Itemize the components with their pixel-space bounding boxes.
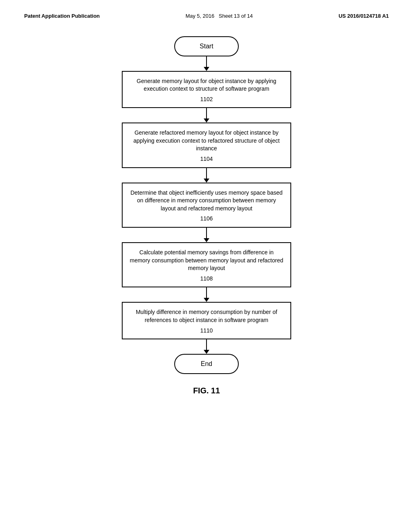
arrow-head: [204, 67, 209, 71]
arrow-head: [204, 118, 209, 123]
arrow-6: [204, 339, 209, 354]
arrow-5: [204, 287, 209, 302]
step-1108-text: Calculate potential memory savings from …: [130, 249, 284, 271]
publication-label: Patent Application Publication: [24, 12, 100, 20]
arrow-head: [204, 238, 209, 242]
arrow-4: [204, 228, 209, 242]
page-header: Patent Application Publication May 5, 20…: [0, 0, 413, 20]
step-1108-number: 1108: [129, 275, 284, 283]
step-1110-number: 1110: [129, 327, 284, 335]
sheet-label: Sheet 13 of 14: [219, 13, 253, 19]
step-1106-box: Determine that object inefficiently uses…: [122, 183, 291, 228]
flowchart: Start Generate memory layout for object …: [0, 36, 413, 396]
step-1110-text: Multiply difference in memory consumptio…: [136, 309, 277, 323]
date-and-sheet: May 5, 2016 Sheet 13 of 14: [186, 12, 253, 20]
step-1106-text: Determine that object inefficiently uses…: [130, 189, 282, 212]
figure-label: FIG. 11: [193, 386, 220, 395]
step-1106-number: 1106: [129, 215, 284, 223]
arrow-head: [204, 179, 209, 183]
arrow-line: [206, 228, 207, 238]
end-label: End: [201, 360, 212, 368]
arrow-head: [204, 350, 209, 354]
step-1110-box: Multiply difference in memory consumptio…: [122, 302, 291, 339]
arrow-2: [204, 108, 209, 123]
step-1108-box: Calculate potential memory savings from …: [122, 242, 291, 287]
step-1104-number: 1104: [129, 155, 284, 163]
start-terminal: Start: [174, 36, 239, 56]
arrow-line: [206, 339, 207, 350]
step-1102-box: Generate memory layout for object instan…: [122, 71, 291, 108]
arrow-line: [206, 56, 207, 67]
date-label: May 5, 2016: [186, 13, 215, 19]
arrow-head: [204, 298, 209, 302]
patent-number: US 2016/0124718 A1: [338, 12, 389, 20]
end-terminal: End: [174, 354, 239, 374]
step-1104-text: Generate refactored memory layout for ob…: [133, 129, 280, 152]
arrow-1: [204, 56, 209, 71]
step-1102-text: Generate memory layout for object instan…: [137, 78, 276, 92]
arrow-line: [206, 168, 207, 179]
step-1104-box: Generate refactored memory layout for ob…: [122, 123, 291, 168]
arrow-3: [204, 168, 209, 183]
arrow-line: [206, 108, 207, 118]
step-1102-number: 1102: [129, 96, 284, 104]
start-label: Start: [200, 43, 213, 50]
arrow-line: [206, 287, 207, 298]
